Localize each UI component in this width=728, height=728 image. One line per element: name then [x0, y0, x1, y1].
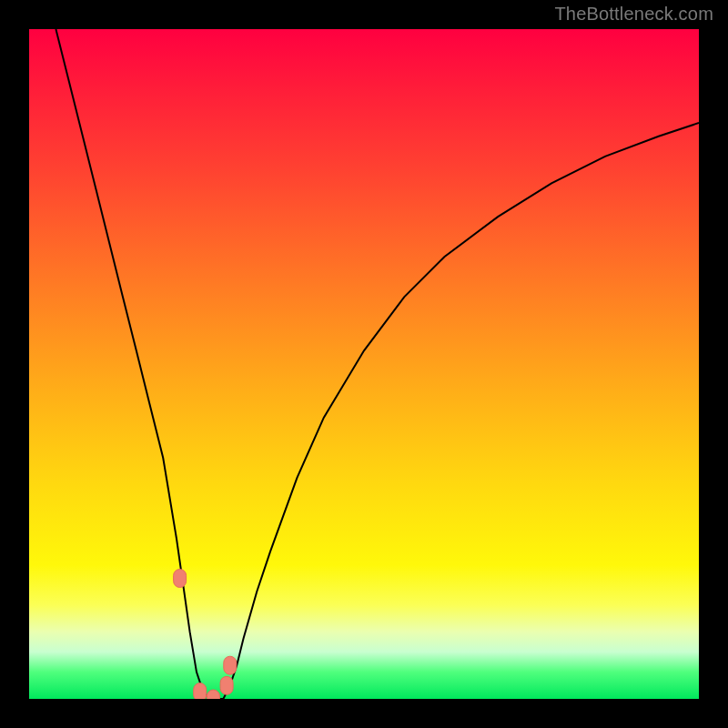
left-curve — [56, 29, 217, 699]
marker-point — [174, 570, 187, 588]
marker-point — [194, 683, 207, 699]
marker-point — [220, 676, 233, 694]
right-curve — [217, 123, 699, 699]
marker-point — [224, 656, 237, 674]
marker-point — [207, 690, 219, 699]
watermark-text: TheBottleneck.com — [554, 4, 713, 25]
plot-area — [29, 29, 699, 699]
chart-svg — [29, 29, 699, 699]
chart-frame: TheBottleneck.com — [0, 0, 728, 728]
